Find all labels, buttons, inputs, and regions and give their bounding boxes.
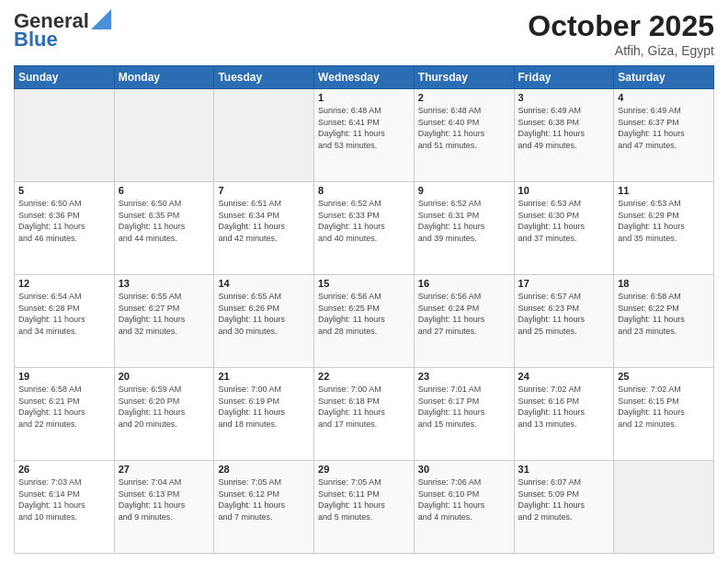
table-row: 27Sunrise: 7:04 AM Sunset: 6:13 PM Dayli… (114, 461, 214, 554)
table-row: 7Sunrise: 6:51 AM Sunset: 6:34 PM Daylig… (214, 182, 314, 275)
table-row: 2Sunrise: 6:48 AM Sunset: 6:40 PM Daylig… (414, 89, 514, 182)
day-info: Sunrise: 6:56 AM Sunset: 6:24 PM Dayligh… (418, 291, 510, 337)
table-row: 14Sunrise: 6:55 AM Sunset: 6:26 PM Dayli… (214, 275, 314, 368)
table-row: 26Sunrise: 7:03 AM Sunset: 6:14 PM Dayli… (15, 461, 115, 554)
table-row: 30Sunrise: 7:06 AM Sunset: 6:10 PM Dayli… (414, 461, 514, 554)
day-number: 19 (18, 371, 110, 382)
day-info: Sunrise: 6:50 AM Sunset: 6:35 PM Dayligh… (119, 198, 210, 244)
day-info: Sunrise: 7:05 AM Sunset: 6:11 PM Dayligh… (318, 477, 410, 523)
table-row: 25Sunrise: 7:02 AM Sunset: 6:15 PM Dayli… (614, 368, 714, 461)
logo-blue: Blue (14, 28, 58, 52)
day-info: Sunrise: 6:58 AM Sunset: 6:22 PM Dayligh… (618, 291, 710, 337)
table-row: 5Sunrise: 6:50 AM Sunset: 6:36 PM Daylig… (15, 182, 115, 275)
table-row: 9Sunrise: 6:52 AM Sunset: 6:31 PM Daylig… (414, 182, 514, 275)
day-number: 30 (418, 464, 510, 475)
table-row: 15Sunrise: 6:56 AM Sunset: 6:25 PM Dayli… (314, 275, 415, 368)
day-number: 27 (119, 464, 210, 475)
day-info: Sunrise: 6:48 AM Sunset: 6:41 PM Dayligh… (318, 105, 410, 151)
page: General Blue October 2025 Atfih, Giza, E… (0, 0, 728, 563)
col-friday: Friday (514, 66, 614, 89)
day-info: Sunrise: 6:56 AM Sunset: 6:25 PM Dayligh… (318, 291, 410, 337)
calendar-week-row: 12Sunrise: 6:54 AM Sunset: 6:28 PM Dayli… (15, 275, 714, 368)
day-number: 4 (618, 92, 710, 103)
col-tuesday: Tuesday (214, 66, 314, 89)
day-number: 6 (119, 185, 210, 196)
day-number: 16 (418, 278, 510, 289)
day-info: Sunrise: 7:03 AM Sunset: 6:14 PM Dayligh… (18, 477, 110, 523)
day-number: 5 (18, 185, 110, 196)
table-row (214, 89, 314, 182)
calendar-header-row: Sunday Monday Tuesday Wednesday Thursday… (15, 66, 714, 89)
table-row: 20Sunrise: 6:59 AM Sunset: 6:20 PM Dayli… (114, 368, 214, 461)
location: Atfih, Giza, Egypt (528, 43, 714, 58)
table-row: 16Sunrise: 6:56 AM Sunset: 6:24 PM Dayli… (414, 275, 514, 368)
table-row: 8Sunrise: 6:52 AM Sunset: 6:33 PM Daylig… (314, 182, 415, 275)
day-number: 17 (518, 278, 610, 289)
table-row: 17Sunrise: 6:57 AM Sunset: 6:23 PM Dayli… (514, 275, 614, 368)
table-row: 28Sunrise: 7:05 AM Sunset: 6:12 PM Dayli… (214, 461, 314, 554)
day-info: Sunrise: 7:06 AM Sunset: 6:10 PM Dayligh… (418, 477, 510, 523)
table-row: 6Sunrise: 6:50 AM Sunset: 6:35 PM Daylig… (114, 182, 214, 275)
day-number: 23 (418, 371, 510, 382)
table-row: 21Sunrise: 7:00 AM Sunset: 6:19 PM Dayli… (214, 368, 314, 461)
col-thursday: Thursday (414, 66, 514, 89)
day-number: 10 (518, 185, 610, 196)
day-info: Sunrise: 7:04 AM Sunset: 6:13 PM Dayligh… (119, 477, 210, 523)
day-info: Sunrise: 6:49 AM Sunset: 6:38 PM Dayligh… (518, 105, 610, 151)
day-number: 31 (518, 464, 610, 475)
day-info: Sunrise: 7:00 AM Sunset: 6:18 PM Dayligh… (318, 384, 410, 430)
table-row: 12Sunrise: 6:54 AM Sunset: 6:28 PM Dayli… (15, 275, 115, 368)
calendar-week-row: 5Sunrise: 6:50 AM Sunset: 6:36 PM Daylig… (15, 182, 714, 275)
table-row: 29Sunrise: 7:05 AM Sunset: 6:11 PM Dayli… (314, 461, 415, 554)
day-info: Sunrise: 7:01 AM Sunset: 6:17 PM Dayligh… (418, 384, 510, 430)
day-info: Sunrise: 6:53 AM Sunset: 6:30 PM Dayligh… (518, 198, 610, 244)
logo-arrow-icon (91, 9, 111, 29)
day-number: 26 (18, 464, 110, 475)
calendar-week-row: 1Sunrise: 6:48 AM Sunset: 6:41 PM Daylig… (15, 89, 714, 182)
day-info: Sunrise: 6:54 AM Sunset: 6:28 PM Dayligh… (18, 291, 110, 337)
day-number: 3 (518, 92, 610, 103)
table-row: 18Sunrise: 6:58 AM Sunset: 6:22 PM Dayli… (614, 275, 714, 368)
day-number: 12 (18, 278, 110, 289)
table-row: 22Sunrise: 7:00 AM Sunset: 6:18 PM Dayli… (314, 368, 415, 461)
day-number: 18 (618, 278, 710, 289)
day-number: 13 (119, 278, 210, 289)
table-row: 10Sunrise: 6:53 AM Sunset: 6:30 PM Dayli… (514, 182, 614, 275)
day-number: 20 (119, 371, 210, 382)
day-info: Sunrise: 7:05 AM Sunset: 6:12 PM Dayligh… (218, 477, 310, 523)
col-sunday: Sunday (15, 66, 115, 89)
logo: General Blue (14, 9, 111, 52)
table-row: 23Sunrise: 7:01 AM Sunset: 6:17 PM Dayli… (414, 368, 514, 461)
day-info: Sunrise: 6:53 AM Sunset: 6:29 PM Dayligh… (618, 198, 710, 244)
day-number: 22 (318, 371, 410, 382)
day-info: Sunrise: 6:55 AM Sunset: 6:26 PM Dayligh… (218, 291, 310, 337)
day-number: 8 (318, 185, 410, 196)
svg-marker-0 (91, 9, 111, 29)
day-info: Sunrise: 6:52 AM Sunset: 6:31 PM Dayligh… (418, 198, 510, 244)
day-number: 29 (318, 464, 410, 475)
col-monday: Monday (114, 66, 214, 89)
day-number: 15 (318, 278, 410, 289)
table-row: 3Sunrise: 6:49 AM Sunset: 6:38 PM Daylig… (514, 89, 614, 182)
day-number: 14 (218, 278, 310, 289)
table-row (15, 89, 115, 182)
table-row (614, 461, 714, 554)
day-number: 1 (318, 92, 410, 103)
calendar-week-row: 19Sunrise: 6:58 AM Sunset: 6:21 PM Dayli… (15, 368, 714, 461)
day-number: 25 (618, 371, 710, 382)
day-info: Sunrise: 6:51 AM Sunset: 6:34 PM Dayligh… (218, 198, 310, 244)
day-number: 24 (518, 371, 610, 382)
month-title: October 2025 (528, 9, 714, 43)
table-row: 24Sunrise: 7:02 AM Sunset: 6:16 PM Dayli… (514, 368, 614, 461)
table-row: 1Sunrise: 6:48 AM Sunset: 6:41 PM Daylig… (314, 89, 415, 182)
table-row: 19Sunrise: 6:58 AM Sunset: 6:21 PM Dayli… (15, 368, 115, 461)
day-info: Sunrise: 6:58 AM Sunset: 6:21 PM Dayligh… (18, 384, 110, 430)
day-info: Sunrise: 6:55 AM Sunset: 6:27 PM Dayligh… (119, 291, 210, 337)
day-number: 21 (218, 371, 310, 382)
day-info: Sunrise: 7:00 AM Sunset: 6:19 PM Dayligh… (218, 384, 310, 430)
day-number: 28 (218, 464, 310, 475)
day-info: Sunrise: 7:02 AM Sunset: 6:15 PM Dayligh… (618, 384, 710, 430)
day-number: 9 (418, 185, 510, 196)
day-info: Sunrise: 6:50 AM Sunset: 6:36 PM Dayligh… (18, 198, 110, 244)
calendar-week-row: 26Sunrise: 7:03 AM Sunset: 6:14 PM Dayli… (15, 461, 714, 554)
